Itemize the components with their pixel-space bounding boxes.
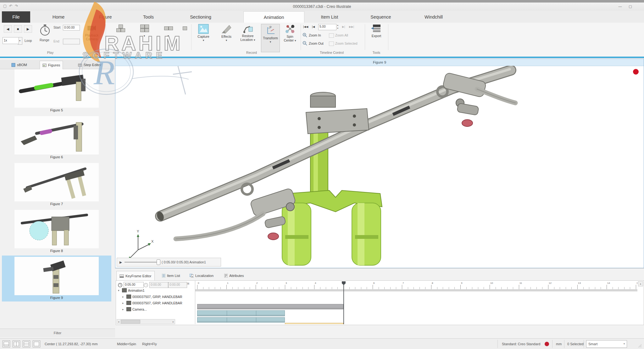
tree-row-grip-1[interactable]: ▸ 0000037507, GRIP, HANDLEBAR	[122, 295, 182, 299]
keyframe-button-1[interactable]	[109, 24, 131, 34]
step-back-icon[interactable]: |◀	[312, 25, 315, 28]
timeline-track-bar[interactable]	[197, 310, 285, 316]
ruler-major-tick	[607, 285, 607, 289]
figure-thumbnail-6[interactable]: Figure 6	[2, 115, 111, 161]
resize-grip[interactable]	[638, 344, 642, 348]
layout-split-horizontal-icon[interactable]	[23, 341, 30, 347]
start-time-field[interactable]: 0:00.00	[63, 25, 80, 31]
model-viewport[interactable]: Figure 9	[115, 59, 644, 268]
scroll-left-icon[interactable]: ◂	[117, 320, 120, 323]
scroll-up-icon[interactable]: ▴	[638, 281, 643, 286]
go-to-end-icon[interactable]: ▶▶|	[349, 25, 354, 28]
spin-center-button[interactable]: Spin Center ▾	[281, 24, 299, 42]
units-indicator[interactable]: mm	[556, 339, 562, 349]
keyframe-button-2[interactable]: ▾	[133, 24, 155, 38]
tree-row-camera[interactable]: ▸ Camera...	[122, 307, 147, 311]
range-label[interactable]: Range	[40, 38, 49, 42]
slider-handle[interactable]	[157, 259, 160, 265]
figure-thumbnail-8[interactable]: Figure 8	[2, 209, 111, 255]
timeline-track-bar[interactable]	[285, 323, 343, 324]
tab-keyframe-editor[interactable]: KeyFrame Editor	[116, 271, 155, 281]
playback-camera-button[interactable]: Playback Camera	[80, 24, 103, 41]
tab-tools[interactable]: Tools	[133, 11, 164, 23]
timeline-track-bar[interactable]	[197, 317, 285, 323]
layout-split-vertical-icon[interactable]	[13, 341, 20, 347]
time-step-spinner[interactable]: ▴▾	[336, 24, 340, 30]
end-time-field[interactable]	[63, 39, 80, 44]
ruler-tick-number: 3	[286, 282, 287, 284]
expand-icon[interactable]: ▸	[122, 295, 125, 298]
export-button[interactable]: Export	[367, 24, 386, 38]
restore-location-button[interactable]: Restore Location ▾	[236, 24, 259, 42]
scroll-right-icon[interactable]: ▸	[172, 320, 175, 323]
tab-sequence[interactable]: Sequence	[360, 11, 402, 23]
zoom-selected-button[interactable]: Zoom Selected	[335, 42, 358, 45]
play-forward-button[interactable]: ▶	[24, 25, 32, 33]
tab-animation[interactable]: Animation	[243, 11, 304, 23]
figure-thumbnail-5[interactable]: Figure 5	[2, 68, 111, 114]
ruler-minor-tick	[367, 287, 367, 289]
loop-toggle[interactable]: Loop	[25, 39, 32, 42]
tab-item-list[interactable]: Item List	[314, 11, 345, 23]
duration-field[interactable]: 0:05.00	[124, 282, 144, 288]
selection-filter-combo[interactable]: Smart ▾	[586, 340, 627, 348]
tree-horizontal-scrollbar[interactable]: ◂ ▸	[117, 319, 175, 324]
effects-button[interactable]: Effects ▾	[218, 24, 235, 42]
zoom-out-button[interactable]: Zoom Out	[309, 42, 324, 45]
transform-button[interactable]: P Transform ▾	[261, 24, 280, 52]
scroll-thumb[interactable]	[121, 320, 140, 324]
keyframe-button-3[interactable]: ▾	[157, 24, 179, 38]
keyframe-button-4[interactable]	[180, 24, 189, 34]
zoom-all-button[interactable]: Zoom All	[335, 33, 348, 37]
zoom-in-icon[interactable]	[303, 33, 308, 38]
slider-track[interactable]	[125, 262, 157, 262]
maximize-button[interactable]: ▢	[626, 3, 635, 9]
tab-localization[interactable]: a Localization	[187, 271, 216, 280]
playhead[interactable]	[343, 283, 344, 324]
figure-thumbnail-7[interactable]: Figure 7	[2, 162, 111, 208]
expand-icon[interactable]: ▾	[118, 289, 121, 292]
playhead-handle[interactable]	[342, 281, 346, 285]
time-step-field[interactable]: 5.00	[318, 24, 336, 30]
tab-attributes[interactable]: Attributes	[221, 271, 247, 280]
keyframe-marker[interactable]	[256, 318, 256, 322]
expand-icon[interactable]: ▸	[122, 308, 125, 311]
tree-row-grip-2[interactable]: ▸ 0000037507, GRIP, HANDLEBAR	[122, 301, 182, 305]
speed-caret-icon[interactable]: ▾	[18, 37, 22, 45]
current-time-field[interactable]: 0:00.00	[149, 282, 168, 288]
stop-button[interactable]: ■	[14, 25, 22, 33]
play-backward-button[interactable]: ◀	[4, 25, 12, 33]
go-to-start-icon[interactable]: |◀◀	[303, 25, 308, 28]
restore-location-icon	[242, 24, 253, 33]
timeline-ruler[interactable]: 0123456789101112131415	[195, 281, 637, 324]
tab-sectioning[interactable]: Sectioning	[172, 11, 229, 23]
end-time-field-2[interactable]: 0:00.00	[168, 282, 187, 288]
ruler-minor-tick	[262, 287, 262, 289]
range-clock-icon[interactable]	[39, 24, 51, 37]
layout-full-icon[interactable]	[33, 341, 40, 347]
figure-thumbnail-label: Figure 7	[2, 202, 111, 206]
layout-single-icon[interactable]	[3, 341, 10, 347]
capture-button[interactable]: Capture ▾	[194, 24, 213, 42]
tab-file[interactable]: File	[2, 11, 30, 23]
tree-row-animation[interactable]: ▾ Animation1	[118, 288, 145, 292]
minimize-button[interactable]: —	[616, 3, 625, 9]
keyframe-marker[interactable]	[227, 318, 227, 322]
filter-bar[interactable]: Filter	[0, 329, 115, 337]
zoom-in-button[interactable]: Zoom In	[309, 33, 321, 37]
keyframe-marker[interactable]	[227, 311, 227, 316]
mini-play-icon[interactable]: ▶	[119, 260, 122, 264]
timeline-track-bar[interactable]	[197, 304, 343, 309]
tab-windchill[interactable]: Windchill	[413, 11, 454, 23]
keyframe-marker[interactable]	[256, 311, 256, 316]
speed-select[interactable]: 1x	[3, 37, 19, 44]
standard-indicator: Standard: Creo Standard	[502, 339, 540, 349]
step-forward-icon[interactable]: ▶|	[342, 25, 345, 28]
figure-thumbnail-9[interactable]: Figure 9	[2, 256, 111, 301]
tab-item-list[interactable]: Item List	[159, 271, 183, 280]
time-origin-marker-icon[interactable]: ✳	[186, 281, 190, 286]
zoom-out-icon[interactable]	[303, 41, 308, 46]
tab-home[interactable]: Home	[43, 11, 74, 23]
tab-figure[interactable]: Figure	[87, 11, 123, 23]
expand-icon[interactable]: ▸	[122, 301, 125, 305]
